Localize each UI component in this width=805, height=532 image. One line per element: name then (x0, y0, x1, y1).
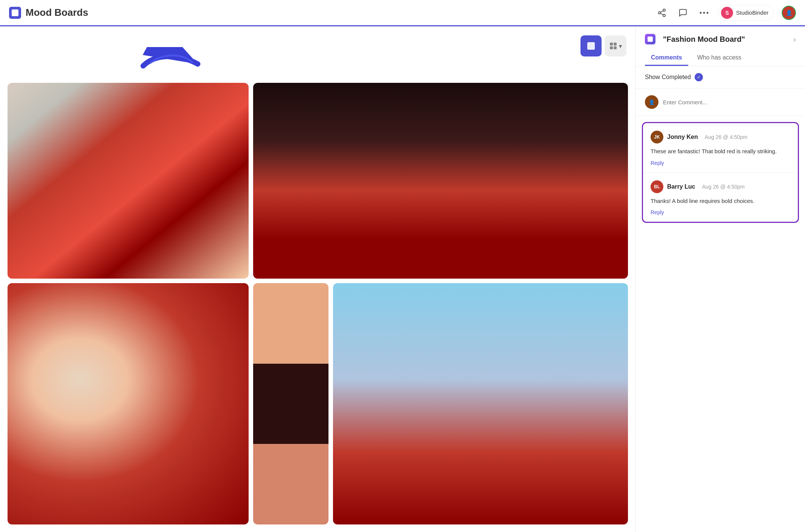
comment-header-1: JK Jonny Ken Aug 26 @ 4:50pm (651, 131, 790, 143)
svg-line-3 (661, 13, 663, 15)
sidebar-title-row: "Fashion Mood Board" › (645, 34, 796, 44)
comment-time-2: Aug 26 @ 4:50pm (702, 184, 745, 190)
image-cell-sky (333, 283, 628, 524)
sidebar-tabs: Comments Who has access (645, 50, 796, 66)
user-avatar[interactable]: 👤 (782, 6, 796, 20)
comment-reply-button-2[interactable]: Reply (651, 209, 664, 215)
image-cell-butterfly (8, 283, 249, 524)
swatch-light (253, 444, 328, 524)
comment-icon-button[interactable] (676, 6, 690, 20)
comment-header-2: BL Barry Luc Aug 26 @ 4:50pm (651, 180, 790, 193)
comment-text-1: These are fantastic! That bold red is re… (651, 147, 790, 156)
comment-avatar-jonny: JK (651, 131, 663, 143)
content-area: ▾ (0, 26, 635, 532)
svg-point-7 (707, 12, 709, 14)
sidebar-expand-button[interactable]: › (793, 35, 796, 44)
svg-rect-11 (614, 43, 617, 46)
current-user-avatar: 👤 (645, 95, 658, 109)
svg-line-4 (661, 11, 663, 12)
sidebar: "Fashion Mood Board" › Comments Who has … (635, 26, 805, 532)
topnav-right: S StudioBinder 👤 (655, 5, 796, 21)
comments-highlighted-box: JK Jonny Ken Aug 26 @ 4:50pm These are f… (642, 122, 799, 223)
topnav: Mood Boards S StudioBinder 👤 (0, 0, 805, 26)
svg-point-5 (700, 12, 702, 14)
image-grid (0, 26, 635, 532)
tab-who-has-access[interactable]: Who has access (691, 50, 747, 66)
brand-badge[interactable]: S StudioBinder (718, 5, 774, 21)
app-icon (9, 7, 21, 19)
color-swatches (253, 283, 328, 524)
grid-view-button[interactable]: ▾ (605, 35, 626, 56)
brand-name: StudioBinder (736, 9, 768, 16)
comment-item-2: BL Barry Luc Aug 26 @ 4:50pm Thanks! A b… (643, 172, 798, 222)
sidebar-title: "Fashion Mood Board" (663, 35, 793, 44)
view-controls: ▾ (580, 35, 626, 56)
blue-arrow (139, 47, 230, 82)
image-cell-fabric (8, 83, 249, 279)
comment-input[interactable] (663, 99, 796, 105)
swatch-dark (253, 364, 328, 444)
show-completed-row[interactable]: Show Completed ✓ (636, 66, 805, 88)
svg-rect-10 (610, 43, 613, 46)
comment-username-1: Jonny Ken (667, 134, 698, 140)
svg-rect-12 (610, 46, 613, 49)
comment-time-1: Aug 26 @ 4:50pm (705, 134, 747, 140)
comment-avatar-barry: BL (651, 180, 663, 193)
tab-comments[interactable]: Comments (645, 50, 688, 66)
main-layout: ▾ (0, 26, 805, 532)
app-title: Mood Boards (26, 7, 88, 18)
sidebar-title-icon (645, 34, 655, 44)
svg-point-6 (703, 12, 705, 14)
show-completed-check: ✓ (695, 73, 703, 81)
svg-rect-13 (614, 46, 617, 49)
brand-dot: S (721, 7, 733, 19)
comment-item: JK Jonny Ken Aug 26 @ 4:50pm These are f… (643, 123, 798, 172)
comment-reply-button-1[interactable]: Reply (651, 160, 664, 166)
comment-username-2: Barry Luc (667, 183, 695, 190)
image-cell-mask (253, 83, 628, 279)
sidebar-header: "Fashion Mood Board" › Comments Who has … (636, 26, 805, 66)
svg-rect-9 (587, 42, 595, 50)
dropdown-arrow-icon: ▾ (619, 43, 622, 50)
single-view-button[interactable] (580, 35, 602, 56)
sidebar-body: Show Completed ✓ 👤 JK Jonny Ken Aug 26 @… (636, 66, 805, 532)
swatch-peach (253, 283, 328, 364)
comment-input-row: 👤 (636, 88, 805, 116)
more-menu-button[interactable] (697, 6, 711, 20)
show-completed-label: Show Completed (645, 74, 691, 81)
comment-text-2: Thanks! A bold line requires bold choice… (651, 197, 790, 206)
topnav-left: Mood Boards (9, 7, 88, 19)
share-button[interactable] (655, 6, 669, 20)
